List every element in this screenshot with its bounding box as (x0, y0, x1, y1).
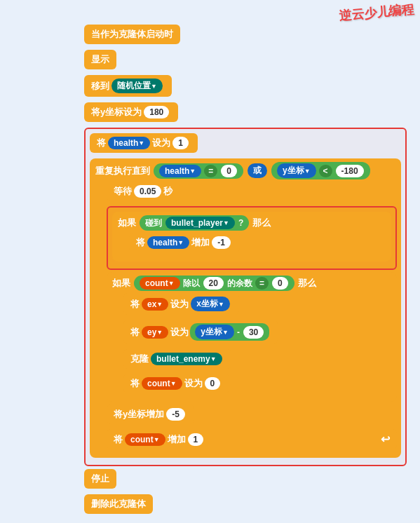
count2-dropdown[interactable]: count (142, 377, 182, 390)
health-zero: 0 (221, 165, 237, 177)
set-ex-label: 将 (130, 298, 140, 311)
inc-count-label: 将 (114, 433, 123, 446)
health-val[interactable]: 1 (172, 137, 189, 149)
count-eq-val: 0 (272, 277, 288, 290)
then-label2: 那么 (298, 277, 316, 290)
inc-val[interactable]: 1 (188, 433, 204, 446)
block-move-to[interactable]: 移到 随机位置 (84, 75, 172, 97)
health-var3-dropdown[interactable]: health (147, 236, 189, 249)
show-label: 显示 (91, 53, 109, 66)
x-coord-dropdown[interactable]: x坐标 (191, 297, 230, 311)
clone-label: 克隆 (130, 353, 149, 365)
repeat-until-label: 重复执行直到 (95, 165, 150, 177)
inc-label: 增加 (168, 433, 186, 446)
block-delete-clone[interactable]: 删除此克隆体 (84, 494, 153, 514)
block-inc-count[interactable]: 将 count 增加 1 ↩ (107, 429, 397, 449)
if-bullet-label: 如果 (118, 217, 136, 229)
add-label: 增加 (191, 236, 210, 249)
block-health-add[interactable]: 将 health 增加 -1 (129, 233, 240, 252)
touch-label: 碰到 (145, 217, 162, 229)
block-stop[interactable]: 停止 (84, 469, 116, 489)
count-eq: = (255, 277, 269, 290)
block-show[interactable]: 显示 (84, 50, 116, 69)
block-set-health[interactable]: 将 health 设为 1 (90, 133, 198, 153)
block-if-count[interactable]: 如果 count 除以 20 的余数 = 0 那么 (107, 272, 397, 402)
set-health-label: 将 (97, 137, 106, 149)
minus-label: - (237, 327, 240, 337)
y-lt: < (319, 165, 332, 177)
health-add-val[interactable]: -1 (212, 236, 231, 249)
ex-dropdown[interactable]: ex (142, 298, 168, 311)
ey-dropdown[interactable]: ey (142, 326, 168, 339)
red-box-bullet-hit: 如果 碰到 bullet_player ? 那么 (107, 206, 397, 270)
bullet-player-dropdown[interactable]: bullet_player (165, 217, 235, 229)
set-y-val[interactable]: 180 (144, 106, 169, 118)
delete-clone-label: 删除此克隆体 (91, 498, 146, 510)
health-var-dropdown[interactable]: health (108, 137, 150, 149)
stop-label: 停止 (91, 473, 109, 485)
question-mark: ? (238, 218, 243, 228)
random-pos-dropdown[interactable]: 随机位置 (111, 79, 163, 93)
count-reset-val[interactable]: 0 (205, 377, 221, 390)
div-label: 除以 (183, 278, 200, 290)
div-val[interactable]: 20 (203, 277, 224, 290)
count3-dropdown[interactable]: count (125, 433, 165, 446)
rem-label: 的余数 (227, 278, 252, 290)
block-reset-count[interactable]: 将 count 设为 0 (123, 374, 229, 393)
count-dropdown[interactable]: count (140, 277, 180, 290)
block-set-ex[interactable]: 将 ex 设为 x坐标 (123, 293, 239, 315)
red-box-health-loop: 将 health 设为 1 重复执行直到 health = 0 或 (84, 128, 407, 466)
block-if-bullet[interactable]: 如果 碰到 bullet_player ? 那么 (112, 212, 391, 262)
block-clone-start[interactable]: 当作为克隆体启动时 (84, 25, 180, 44)
block-set-ey[interactable]: 将 ey 设为 y坐标 - 30 (123, 320, 278, 344)
set-y-label: 将y坐标设为 (91, 106, 142, 118)
health-eq: = (204, 165, 217, 177)
block-wait[interactable]: 等待 0.05 秒 (107, 182, 179, 201)
reset-count-label: 将 (130, 377, 140, 390)
health-add-label: 将 (136, 236, 145, 249)
block-change-y[interactable]: 将y坐标增加 -5 (107, 405, 194, 424)
blocks-area: 当作为克隆体启动时 显示 移到 随机位置 将y坐标设为 180 (84, 25, 407, 519)
wait-unit: 秒 (163, 185, 172, 198)
clone-start-label: 当作为克隆体启动时 (91, 28, 173, 41)
block-clone-enemy[interactable]: 克隆 bullet_enemy (123, 349, 231, 369)
wait-label: 等待 (114, 185, 132, 198)
if-count-label: 如果 (112, 277, 130, 290)
change-y-val[interactable]: -5 (166, 408, 185, 421)
loop-arrow-icon: ↩ (381, 433, 390, 446)
set-ey-to: 设为 (170, 326, 189, 339)
move-to-label: 移到 (91, 80, 109, 93)
logo: 逆云少儿编程 (338, 1, 415, 24)
or-label: 或 (248, 163, 267, 178)
bullet-enemy-dropdown[interactable]: bullet_enemy (151, 353, 222, 365)
health-var2-dropdown[interactable]: health (159, 165, 201, 177)
block-repeat-until[interactable]: 重复执行直到 health = 0 或 y坐标 < -180 (90, 158, 401, 458)
then-label1: 那么 (252, 217, 271, 229)
y-val-neg180: -180 (336, 165, 364, 177)
wait-val[interactable]: 0.05 (134, 185, 161, 198)
set-ex-to: 设为 (170, 298, 189, 311)
set-to-label: 设为 (152, 137, 170, 149)
change-y-label: 将y坐标增加 (114, 408, 164, 421)
y-coord-dropdown[interactable]: y坐标 (277, 163, 316, 178)
ey-offset[interactable]: 30 (243, 326, 264, 339)
block-set-y[interactable]: 将y坐标设为 180 (84, 102, 178, 122)
set-ey-label: 将 (130, 326, 140, 339)
reset-count-set: 设为 (184, 377, 203, 390)
y-expr-dropdown[interactable]: y坐标 (195, 325, 234, 339)
